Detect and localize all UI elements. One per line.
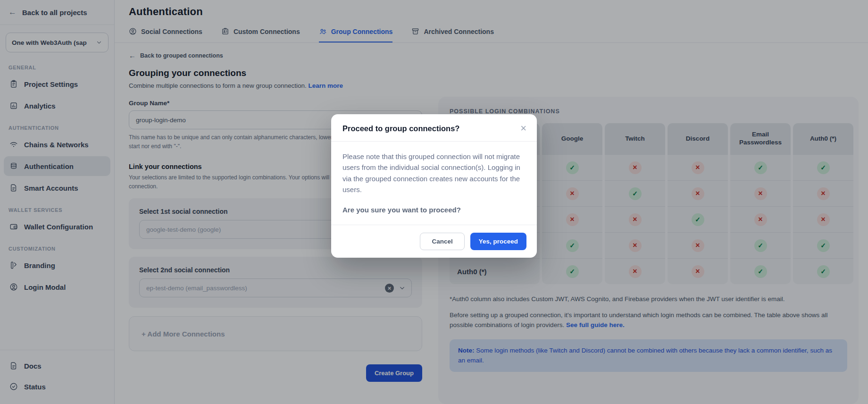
close-icon[interactable]: ×	[520, 123, 526, 134]
yes-proceed-button[interactable]: Yes, proceed	[470, 233, 526, 250]
modal-footer: Cancel Yes, proceed	[331, 225, 537, 258]
modal-title: Proceed to group connections?	[342, 124, 459, 133]
modal-body: Please note that this grouped connection…	[331, 141, 537, 225]
modal-question: Are you sure you want to proceed?	[342, 204, 526, 215]
cancel-button[interactable]: Cancel	[420, 233, 464, 250]
proceed-confirmation-modal: Proceed to group connections? × Please n…	[331, 114, 537, 258]
modal-body-text: Please note that this grouped connection…	[342, 151, 526, 195]
modal-header: Proceed to group connections? ×	[331, 114, 537, 141]
